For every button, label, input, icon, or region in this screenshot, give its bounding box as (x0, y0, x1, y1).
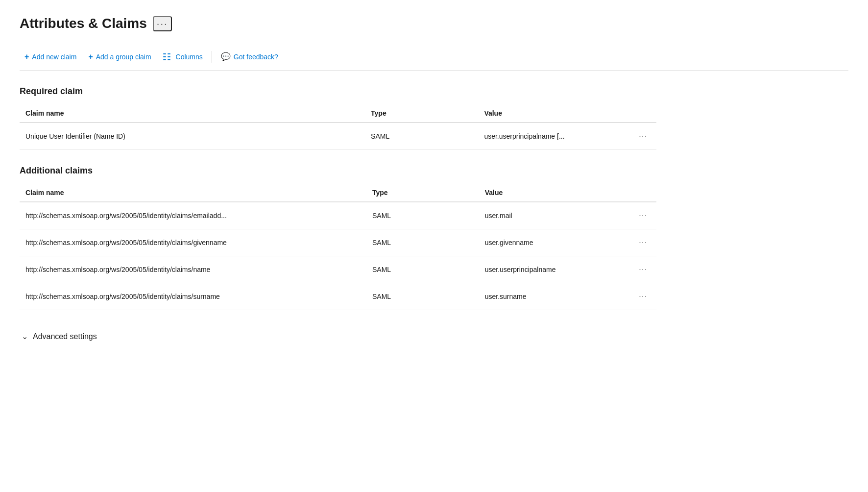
page-title: Attributes & Claims (20, 16, 147, 31)
toolbar: + Add new claim + Add a group claim Colu… (20, 49, 848, 71)
additional-claim-type-cell: SAML (366, 202, 479, 229)
columns-button[interactable]: Columns (158, 50, 208, 64)
required-claims-table: Claim name Type Value Unique User Identi… (20, 104, 656, 150)
additional-claim-value-cell: user.mail (479, 202, 630, 229)
additional-col-actions (630, 184, 656, 202)
additional-claim-actions-cell: ··· (630, 283, 656, 310)
additional-claim-actions-cell: ··· (630, 229, 656, 256)
advanced-settings-row[interactable]: ⌄ Advanced settings (20, 328, 99, 345)
advanced-settings-label: Advanced settings (33, 332, 97, 341)
add-new-claim-label: Add new claim (32, 53, 76, 61)
feedback-label: Got feedback? (234, 53, 278, 61)
additional-claims-table: Claim name Type Value http://schemas.xml… (20, 184, 656, 310)
additional-claim-row[interactable]: http://schemas.xmlsoap.org/ws/2005/05/id… (20, 283, 656, 310)
add-group-claim-button[interactable]: + Add a group claim (83, 49, 156, 64)
additional-claim-value-cell: user.userprincipalname (479, 256, 630, 283)
plus-icon-claim: + (24, 52, 29, 61)
additional-col-type: Type (366, 184, 479, 202)
required-claim-name-cell: Unique User Identifier (Name ID) (20, 123, 365, 150)
svg-rect-1 (163, 56, 166, 57)
additional-claim-name-cell: http://schemas.xmlsoap.org/ws/2005/05/id… (20, 256, 366, 283)
additional-claim-name-cell: http://schemas.xmlsoap.org/ws/2005/05/id… (20, 202, 366, 229)
required-claim-value-cell: user.userprincipalname [... (478, 123, 630, 150)
required-claim-actions-cell: ··· (630, 123, 656, 150)
additional-claim-type-cell: SAML (366, 283, 479, 310)
additional-claim-actions-cell: ··· (630, 202, 656, 229)
additional-claim-name-cell: http://schemas.xmlsoap.org/ws/2005/05/id… (20, 283, 366, 310)
additional-claim-row[interactable]: http://schemas.xmlsoap.org/ws/2005/05/id… (20, 256, 656, 283)
required-col-actions (630, 104, 656, 123)
feedback-button[interactable]: 💬 Got feedback? (216, 49, 283, 64)
add-new-claim-button[interactable]: + Add new claim (20, 49, 81, 64)
toolbar-separator (212, 51, 212, 63)
svg-rect-0 (163, 53, 166, 54)
additional-col-claim-name: Claim name (20, 184, 366, 202)
additional-claim-value-cell: user.surname (479, 283, 630, 310)
additional-claim-more-button[interactable]: ··· (636, 209, 651, 222)
plus-icon-group: + (88, 52, 93, 61)
required-col-claim-name: Claim name (20, 104, 365, 123)
svg-rect-5 (168, 59, 170, 60)
feedback-icon: 💬 (221, 52, 231, 61)
chevron-down-icon: ⌄ (22, 332, 28, 341)
svg-rect-4 (168, 56, 170, 57)
columns-label: Columns (176, 53, 203, 61)
required-claim-more-button[interactable]: ··· (636, 130, 651, 143)
additional-claim-more-button[interactable]: ··· (636, 236, 651, 249)
required-claim-type-cell: SAML (365, 123, 478, 150)
columns-icon (163, 53, 172, 60)
additional-claims-section-title: Additional claims (20, 166, 848, 176)
additional-claim-value-cell: user.givenname (479, 229, 630, 256)
additional-claim-row[interactable]: http://schemas.xmlsoap.org/ws/2005/05/id… (20, 202, 656, 229)
additional-claim-row[interactable]: http://schemas.xmlsoap.org/ws/2005/05/id… (20, 229, 656, 256)
required-claim-section-title: Required claim (20, 86, 848, 97)
additional-claim-actions-cell: ··· (630, 256, 656, 283)
add-group-claim-label: Add a group claim (96, 53, 151, 61)
additional-col-value: Value (479, 184, 630, 202)
required-claim-row[interactable]: Unique User Identifier (Name ID) SAML us… (20, 123, 656, 150)
required-col-value: Value (478, 104, 630, 123)
title-more-button[interactable]: ··· (153, 16, 172, 31)
additional-claim-type-cell: SAML (366, 229, 479, 256)
additional-claim-more-button[interactable]: ··· (636, 263, 651, 276)
additional-claim-more-button[interactable]: ··· (636, 290, 651, 303)
additional-claim-type-cell: SAML (366, 256, 479, 283)
svg-rect-2 (163, 59, 166, 60)
svg-rect-3 (168, 53, 170, 54)
additional-claim-name-cell: http://schemas.xmlsoap.org/ws/2005/05/id… (20, 229, 366, 256)
required-col-type: Type (365, 104, 478, 123)
